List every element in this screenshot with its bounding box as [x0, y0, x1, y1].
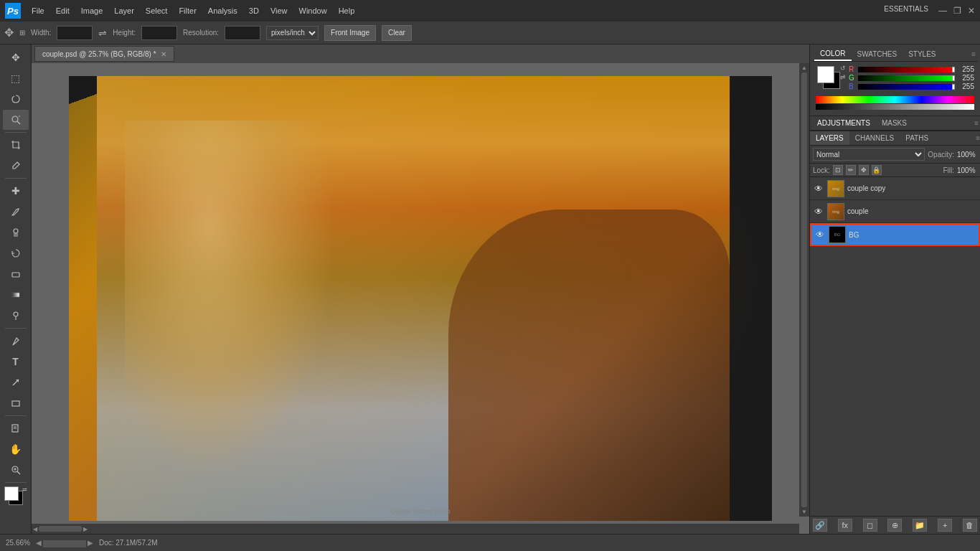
menu-file[interactable]: File: [26, 1, 50, 21]
new-adjustment-button[interactable]: ⊕: [887, 519, 902, 532]
photo-label: Couple kissing photo: [390, 508, 451, 515]
nav-slider[interactable]: [43, 540, 86, 547]
tab-color[interactable]: COLOR: [814, 47, 852, 61]
resolution-unit-select[interactable]: pixels/inch: [266, 26, 319, 40]
gray-spectrum[interactable]: [816, 104, 974, 110]
menu-window[interactable]: Window: [293, 1, 333, 21]
g-label: G: [849, 74, 856, 82]
swap-icon: ⇌: [98, 27, 107, 39]
layer-visibility-bg[interactable]: 👁: [814, 229, 826, 240]
marquee-tool[interactable]: ⬚: [3, 68, 29, 88]
hand-tool[interactable]: ✋: [3, 439, 29, 459]
clone-stamp-tool[interactable]: [3, 222, 29, 242]
lasso-tool[interactable]: [3, 89, 29, 109]
layer-mask-button[interactable]: ◻: [863, 519, 877, 532]
tab-title: couple.psd @ 25.7% (BG, RGB/8) *: [42, 50, 156, 58]
color-panel-expand[interactable]: ≡: [971, 50, 976, 58]
color-spectrum[interactable]: [816, 96, 974, 103]
path-selection-tool[interactable]: [3, 372, 29, 392]
shape-tool[interactable]: [3, 393, 29, 413]
delete-layer-button[interactable]: 🗑: [963, 519, 977, 532]
layer-style-button[interactable]: fx: [838, 519, 852, 532]
status-nav-buttons: ◀ ▶: [36, 539, 93, 547]
lock-position-icon[interactable]: ✥: [859, 165, 869, 175]
crop-tool[interactable]: [3, 135, 29, 155]
menu-3d[interactable]: 3D: [243, 1, 265, 21]
tab-styles[interactable]: STYLES: [903, 48, 941, 60]
layers-panel-expand[interactable]: ≡: [976, 134, 980, 142]
nav-prev-button[interactable]: ◀: [36, 539, 42, 547]
menu-help[interactable]: Help: [333, 1, 361, 21]
horizontal-scrollbar[interactable]: ◀ ▶: [32, 524, 799, 534]
gradient-tool[interactable]: [3, 285, 29, 305]
spot-healing-tool[interactable]: ✚: [3, 181, 29, 201]
close-button[interactable]: ✕: [966, 5, 977, 17]
eraser-tool[interactable]: [3, 264, 29, 284]
nav-next-button[interactable]: ▶: [88, 539, 93, 547]
opacity-value: 100%: [957, 151, 977, 159]
blend-mode-select[interactable]: Normal: [813, 148, 925, 161]
menu-select[interactable]: Select: [140, 1, 174, 21]
adj-panel-expand[interactable]: ≡: [974, 119, 979, 127]
tab-channels[interactable]: CHANNELS: [849, 131, 900, 145]
lock-pixels-icon[interactable]: ✏: [846, 165, 856, 175]
lock-transparent-icon[interactable]: ⊡: [833, 165, 843, 175]
new-layer-button[interactable]: +: [938, 519, 952, 532]
lock-all-icon[interactable]: 🔒: [872, 165, 882, 175]
height-label: Height:: [113, 29, 136, 37]
minimize-button[interactable]: —: [937, 5, 948, 17]
menu-image[interactable]: Image: [75, 1, 109, 21]
new-group-button[interactable]: 📁: [913, 519, 927, 532]
quick-selection-tool[interactable]: [3, 110, 29, 130]
tab-layers[interactable]: LAYERS: [810, 131, 849, 145]
layer-item-couple-copy[interactable]: 👁 img couple copy: [810, 177, 980, 200]
reset-colors-icon[interactable]: ↺: [840, 65, 846, 72]
move-tool[interactable]: ✥: [3, 47, 29, 67]
menu-filter[interactable]: Filter: [173, 1, 202, 21]
window-controls: ESSENTIALS — ❐ ✕: [884, 5, 977, 17]
clear-button[interactable]: Clear: [382, 25, 412, 41]
swap-colors-btn[interactable]: ⇌: [840, 73, 846, 80]
vertical-scrollbar[interactable]: ▲ ▼: [799, 63, 809, 517]
menu-layer[interactable]: Layer: [108, 1, 140, 21]
brush-tool[interactable]: [3, 202, 29, 222]
swap-colors-icon[interactable]: ⇌: [22, 486, 27, 493]
height-input[interactable]: [141, 26, 177, 40]
layers-list: 👁 img couple copy 👁 img couple: [810, 177, 980, 516]
layer-visibility-couple-copy[interactable]: 👁: [813, 183, 824, 194]
b-slider-track: [858, 84, 955, 90]
canvas-wrapper[interactable]: Couple kissing photo ▲ ▼ ◀ ▶: [32, 63, 809, 534]
b-value: 255: [957, 83, 974, 90]
layer-visibility-couple[interactable]: 👁: [813, 206, 824, 217]
svg-rect-5: [12, 293, 19, 297]
tool-separator-4: [5, 415, 27, 416]
notes-tool[interactable]: [3, 418, 29, 438]
history-brush-tool[interactable]: [3, 243, 29, 263]
zoom-tool[interactable]: [3, 460, 29, 480]
tab-adjustments[interactable]: ADJUSTMENTS: [811, 116, 876, 130]
layer-item-couple[interactable]: 👁 img couple: [810, 200, 980, 223]
tab-masks[interactable]: MASKS: [876, 116, 913, 130]
fg-bg-swatches[interactable]: ↺ ⇌: [816, 65, 846, 93]
eyedropper-tool[interactable]: [3, 156, 29, 176]
tab-swatches[interactable]: SWATCHES: [852, 48, 903, 60]
menu-analysis[interactable]: Analysis: [202, 1, 243, 21]
width-input[interactable]: [57, 26, 93, 40]
canvas-tab[interactable]: couple.psd @ 25.7% (BG, RGB/8) * ✕: [34, 46, 174, 62]
layer-item-bg[interactable]: 👁 BG BG: [810, 223, 980, 246]
color-swatches[interactable]: ⇌: [3, 485, 29, 508]
maximize-button[interactable]: ❐: [951, 5, 963, 17]
menu-view[interactable]: View: [265, 1, 293, 21]
lock-icons: ⊡ ✏ ✥ 🔒: [833, 165, 882, 175]
pen-tool[interactable]: [3, 331, 29, 351]
fg-color-swatch[interactable]: [4, 486, 19, 501]
resolution-input[interactable]: [225, 26, 260, 40]
foreground-color-box[interactable]: [817, 66, 834, 83]
menu-edit[interactable]: Edit: [50, 1, 75, 21]
tab-close-button[interactable]: ✕: [161, 50, 166, 58]
front-image-button[interactable]: Front Image: [324, 25, 376, 41]
type-tool[interactable]: T: [3, 352, 29, 372]
layer-link-button[interactable]: 🔗: [813, 519, 827, 532]
tab-paths[interactable]: PATHS: [900, 131, 934, 145]
dodge-tool[interactable]: [3, 306, 29, 326]
